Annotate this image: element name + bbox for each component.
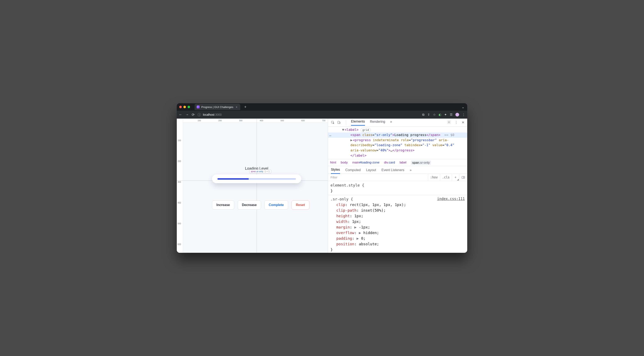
styles-filter-input[interactable] xyxy=(328,174,428,181)
new-style-rule-button[interactable]: ＋ xyxy=(452,174,459,181)
settings-gear-icon[interactable] xyxy=(447,120,451,125)
extension-icon[interactable]: ◐ xyxy=(438,113,441,116)
tab-elements[interactable]: Elements xyxy=(351,120,365,126)
device-toolbar-icon[interactable] xyxy=(337,121,341,124)
url-host: localhost xyxy=(203,113,214,116)
window-controls xyxy=(179,106,190,108)
back-button[interactable]: ← xyxy=(179,113,182,117)
menu-icon[interactable]: ⋮ xyxy=(462,113,465,116)
complete-button[interactable]: Complete xyxy=(264,201,288,210)
toolbar-actions: ⧉ ⇪ ☆ ◐ ✦ ☰ ⋮ xyxy=(422,113,465,116)
reading-list-icon[interactable]: ☰ xyxy=(450,113,452,116)
styles-tabs: Styles Computed Layout Event Listeners » xyxy=(328,166,467,174)
devtools-panel: Elements Rendering » ⋮ ✕ ▼<label> grid <… xyxy=(328,119,467,253)
nav-buttons: ← → ⟳ xyxy=(179,113,194,117)
dom-tree[interactable]: ▼<label> grid <span class="sr-only">Load… xyxy=(328,126,467,159)
svg-rect-1 xyxy=(338,121,340,124)
breadcrumb-item[interactable]: main#loading-zone xyxy=(352,160,380,165)
source-link[interactable]: index.css:111 xyxy=(437,196,465,202)
styles-filter-row: :hov .cls ＋ xyxy=(328,174,467,181)
hov-toggle[interactable]: :hov xyxy=(428,174,440,181)
svg-point-3 xyxy=(448,121,450,122)
close-window-button[interactable] xyxy=(179,106,182,108)
page-viewport: 100200300400500600700 100200300400500600… xyxy=(177,119,328,253)
new-tab-button[interactable]: + xyxy=(242,105,248,109)
tab-event-listeners[interactable]: Event Listeners xyxy=(381,168,404,174)
breadcrumb-item[interactable]: html xyxy=(330,160,336,165)
svg-rect-2 xyxy=(340,122,340,124)
progress-card: Loading Level span.sr-only 1 × 1 xyxy=(212,166,301,183)
vertical-ruler: 100200300400500600 xyxy=(177,119,183,253)
svg-rect-4 xyxy=(462,176,465,179)
breadcrumb-item[interactable]: label xyxy=(400,160,406,165)
extensions-icon[interactable]: ✦ xyxy=(444,113,447,116)
devtools-tabs: Elements Rendering » ⋮ ✕ xyxy=(328,119,467,126)
url-port: :3000 xyxy=(214,113,222,116)
close-tab-button[interactable]: × xyxy=(235,105,238,109)
tab-title: Progress | GUI Challenges xyxy=(201,105,233,109)
address-bar[interactable]: i localhost:3000 xyxy=(198,113,419,116)
bookmark-icon[interactable]: ☆ xyxy=(433,113,436,116)
breadcrumbs[interactable]: htmlbodymain#loading-zonediv.cardlabelsp… xyxy=(328,159,467,166)
toolbar: ← → ⟳ i localhost:3000 ⧉ ⇪ ☆ ◐ ✦ ☰ ⋮ xyxy=(177,111,467,119)
profile-avatar[interactable] xyxy=(456,113,459,116)
controls-row: Increase Decrease Complete Reset xyxy=(212,201,309,210)
share-icon[interactable]: ⇪ xyxy=(428,113,430,116)
kebab-menu-icon[interactable]: ⋮ xyxy=(454,120,458,124)
reset-button[interactable]: Reset xyxy=(292,201,309,210)
cls-toggle[interactable]: .cls xyxy=(440,174,452,181)
browser-tab[interactable]: Progress | GUI Challenges × xyxy=(194,104,240,110)
breadcrumb-item[interactable]: body xyxy=(341,160,348,165)
browser-window: Progress | GUI Challenges × + ⌄ ← → ⟳ i … xyxy=(177,103,467,253)
zoom-window-button[interactable] xyxy=(188,106,190,108)
close-devtools-icon[interactable]: ✕ xyxy=(462,120,464,124)
breadcrumb-item[interactable]: span.sr-only xyxy=(411,160,431,165)
forward-button[interactable]: → xyxy=(185,113,189,117)
toggle-sidebar-icon[interactable] xyxy=(459,174,467,181)
content-split: 100200300400500600700 100200300400500600… xyxy=(177,119,467,253)
styles-pane[interactable]: element.style { } index.css:111 .sr-only… xyxy=(328,181,467,253)
decrease-button[interactable]: Decrease xyxy=(238,201,261,210)
site-info-icon[interactable]: i xyxy=(198,113,201,116)
progress-track xyxy=(218,178,296,180)
progress-bar xyxy=(218,178,249,180)
tabs-more[interactable]: » xyxy=(390,120,392,125)
breadcrumb-item[interactable]: div.card xyxy=(384,160,395,165)
tab-layout[interactable]: Layout xyxy=(366,168,376,174)
tab-computed[interactable]: Computed xyxy=(346,168,361,174)
tab-rendering[interactable]: Rendering xyxy=(370,120,385,125)
favicon-icon xyxy=(197,105,200,108)
tabs-overflow-button[interactable]: ⌄ xyxy=(462,105,464,109)
horizontal-ruler: 100200300400500600700 xyxy=(177,119,328,123)
progress-pill: span.sr-only 1 × 1 xyxy=(212,174,301,183)
inspect-tooltip: span.sr-only 1 × 1 xyxy=(250,169,271,173)
open-external-icon[interactable]: ⧉ xyxy=(422,113,424,116)
inspect-element-icon[interactable] xyxy=(331,121,335,124)
reload-button[interactable]: ⟳ xyxy=(192,113,194,117)
styles-tabs-more[interactable]: » xyxy=(410,168,412,174)
minimize-window-button[interactable] xyxy=(184,106,186,108)
increase-button[interactable]: Increase xyxy=(212,201,234,210)
tabstrip: Progress | GUI Challenges × + ⌄ xyxy=(177,103,467,111)
tab-styles[interactable]: Styles xyxy=(331,168,340,174)
